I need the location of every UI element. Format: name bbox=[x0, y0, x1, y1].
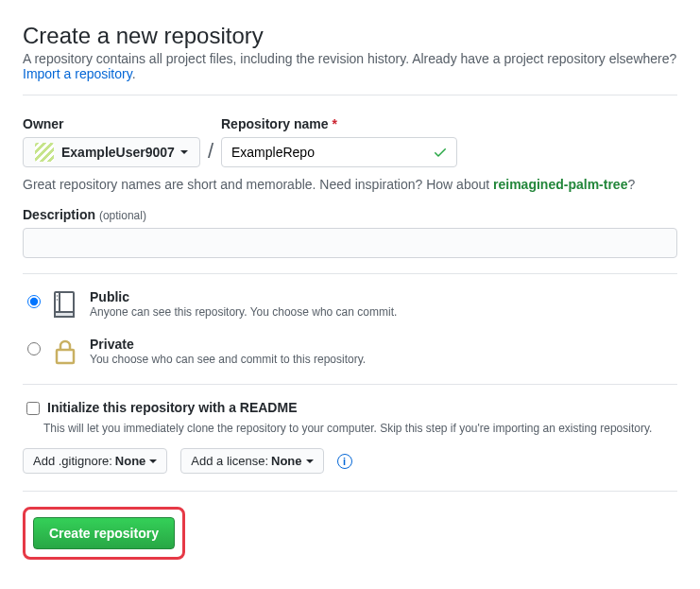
create-repository-button[interactable]: Create repository bbox=[33, 517, 175, 549]
required-asterisk: * bbox=[332, 116, 336, 131]
caret-down-icon bbox=[306, 459, 314, 463]
name-suggestion-link[interactable]: reimagined-palm-tree bbox=[493, 177, 627, 192]
init-readme-desc: This will let you immediately clone the … bbox=[43, 422, 677, 435]
check-icon bbox=[433, 145, 448, 163]
lock-icon bbox=[50, 337, 80, 367]
private-radio[interactable] bbox=[27, 342, 41, 355]
avatar-icon bbox=[35, 143, 54, 162]
owner-select-button[interactable]: ExampleUser9007 bbox=[23, 137, 200, 167]
caret-down-icon bbox=[180, 150, 188, 154]
init-readme-checkbox[interactable] bbox=[26, 402, 40, 415]
divider bbox=[23, 95, 677, 95]
private-title: Private bbox=[90, 337, 366, 352]
gitignore-select-button[interactable]: Add .gitignore: None bbox=[23, 448, 167, 474]
svg-rect-5 bbox=[57, 350, 74, 363]
owner-label: Owner bbox=[23, 116, 200, 131]
svg-point-4 bbox=[57, 299, 59, 301]
private-desc: You choose who can see and commit to thi… bbox=[90, 353, 366, 366]
divider bbox=[23, 273, 677, 274]
svg-rect-1 bbox=[55, 312, 74, 317]
repo-icon bbox=[50, 289, 80, 320]
name-helptext: Great repository names are short and mem… bbox=[23, 177, 677, 192]
subtitle-text: A repository contains all project files,… bbox=[23, 51, 676, 66]
repo-name-input[interactable] bbox=[221, 137, 457, 167]
init-readme-label: Initialize this repository with a README bbox=[47, 400, 297, 415]
svg-point-3 bbox=[57, 295, 59, 297]
divider bbox=[23, 384, 677, 385]
highlight-box: Create repository bbox=[23, 507, 185, 560]
optional-hint: (optional) bbox=[99, 209, 146, 222]
license-select-button[interactable]: Add a license: None bbox=[180, 448, 323, 474]
public-title: Public bbox=[90, 289, 397, 304]
info-icon[interactable]: i bbox=[337, 454, 352, 469]
caret-down-icon bbox=[149, 459, 157, 463]
description-input[interactable] bbox=[23, 228, 677, 258]
owner-name: ExampleUser9007 bbox=[61, 145, 175, 160]
public-desc: Anyone can see this repository. You choo… bbox=[90, 305, 397, 319]
page-subtitle: A repository contains all project files,… bbox=[23, 51, 677, 81]
import-repo-link[interactable]: Import a repository bbox=[23, 66, 132, 81]
divider bbox=[23, 491, 677, 492]
slash-separator: / bbox=[208, 139, 213, 167]
page-title: Create a new repository bbox=[23, 23, 677, 49]
repo-name-label: Repository name * bbox=[221, 116, 457, 131]
description-label: Description (optional) bbox=[23, 207, 677, 222]
public-radio[interactable] bbox=[27, 295, 41, 308]
